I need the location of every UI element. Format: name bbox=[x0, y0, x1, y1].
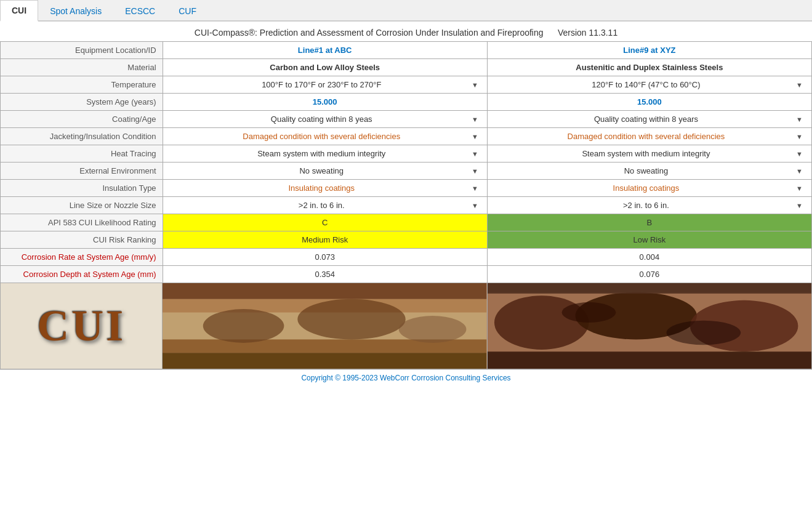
svg-rect-8 bbox=[163, 353, 486, 369]
label-heat-tracing: Heat Tracing bbox=[1, 145, 163, 163]
svg-rect-14 bbox=[488, 283, 811, 294]
col2-insulation-type[interactable]: Insulating coatings ▼ bbox=[487, 180, 811, 197]
col1-system-age[interactable]: 15.000 bbox=[163, 94, 487, 111]
dropdown-arrow-icon: ▼ bbox=[472, 133, 478, 140]
dropdown-arrow-icon: ▼ bbox=[796, 81, 803, 89]
col2-material: Austenitic and Duplex Stainless Steels bbox=[487, 59, 811, 76]
dropdown-arrow-icon: ▼ bbox=[472, 202, 478, 209]
dropdown-arrow-icon: ▼ bbox=[796, 202, 803, 209]
dropdown-arrow-icon: ▼ bbox=[472, 167, 478, 175]
page-header: CUI-Compass®: Prediction and Assessment … bbox=[0, 22, 812, 41]
svg-point-4 bbox=[203, 309, 284, 343]
table-row: Temperature 100°F to 170°F or 230°F to 2… bbox=[1, 76, 812, 94]
label-corrosion-depth: Corrosion Depth at System Age (mm) bbox=[1, 266, 163, 283]
dropdown-arrow-icon: ▼ bbox=[472, 116, 478, 123]
main-table: Equipment Location/ID Line#1 at ABC Line… bbox=[0, 41, 812, 283]
footer: Copyright © 1995-2023 WebCorr Corrosion … bbox=[0, 369, 812, 386]
label-external-environment: External Environment bbox=[1, 163, 163, 180]
label-jacketing: Jacketing/Insulation Condition bbox=[1, 128, 163, 145]
footer-text: Copyright © 1995-2023 WebCorr Corrosion … bbox=[301, 374, 510, 382]
pipe-photo-center bbox=[163, 283, 487, 369]
table-row: Equipment Location/ID Line#1 at ABC Line… bbox=[1, 42, 812, 59]
image-row: CUI bbox=[0, 283, 812, 369]
header-version: Version 11.3.11 bbox=[558, 28, 617, 38]
col1-coating-age[interactable]: Quality coating within 8 yeas ▼ bbox=[163, 111, 487, 128]
header-title: CUI-Compass®: Prediction and Assessment … bbox=[195, 28, 544, 38]
col2-coating-age[interactable]: Quality coating within 8 years ▼ bbox=[487, 111, 811, 128]
label-coating-age: Coating/Age bbox=[1, 111, 163, 128]
svg-rect-15 bbox=[488, 351, 811, 369]
table-row: Coating/Age Quality coating within 8 yea… bbox=[1, 111, 812, 128]
dropdown-arrow-icon: ▼ bbox=[796, 133, 803, 140]
label-line-size: Line Size or Nozzle Size bbox=[1, 197, 163, 214]
col1-equipment-location[interactable]: Line#1 at ABC bbox=[163, 42, 487, 59]
col1-insulation-type[interactable]: Insulating coatings ▼ bbox=[163, 180, 487, 197]
svg-point-17 bbox=[666, 321, 741, 345]
col2-heat-tracing[interactable]: Steam system with medium integrity ▼ bbox=[487, 145, 811, 163]
dropdown-arrow-icon: ▼ bbox=[796, 116, 803, 123]
svg-point-16 bbox=[561, 302, 616, 323]
table-row: Corrosion Depth at System Age (mm) 0.354… bbox=[1, 266, 812, 283]
table-row: API 583 CUI Likelihood Rating C B bbox=[1, 214, 812, 231]
svg-point-6 bbox=[399, 316, 467, 343]
label-risk-ranking: CUI Risk Ranking bbox=[1, 231, 163, 249]
col1-jacketing[interactable]: Damaged condition with several deficienc… bbox=[163, 128, 487, 145]
pipe-photo-right bbox=[488, 283, 811, 369]
col2-jacketing[interactable]: Damaged condition with several deficienc… bbox=[487, 128, 811, 145]
col2-system-age[interactable]: 15.000 bbox=[487, 94, 811, 111]
tab-cuf[interactable]: CUF bbox=[167, 1, 208, 21]
label-equipment-location: Equipment Location/ID bbox=[1, 42, 163, 59]
col1-corrosion-depth: 0.354 bbox=[163, 266, 487, 283]
col2-temperature[interactable]: 120°F to 140°F (47°C to 60°C) ▼ bbox=[487, 76, 811, 94]
svg-point-5 bbox=[298, 299, 406, 340]
col1-corrosion-rate: 0.073 bbox=[163, 249, 487, 266]
label-system-age: System Age (years) bbox=[1, 94, 163, 111]
col2-line-size[interactable]: >2 in. to 6 in. ▼ bbox=[487, 197, 811, 214]
svg-rect-7 bbox=[163, 283, 486, 299]
tab-bar: CUI Spot Analysis ECSCC CUF bbox=[0, 0, 812, 22]
dropdown-arrow-icon: ▼ bbox=[796, 150, 803, 158]
table-row: Jacketing/Insulation Condition Damaged c… bbox=[1, 128, 812, 145]
label-api-likelihood: API 583 CUI Likelihood Rating bbox=[1, 214, 163, 231]
dropdown-arrow-icon: ▼ bbox=[796, 185, 803, 192]
table-row: Heat Tracing Steam system with medium in… bbox=[1, 145, 812, 163]
table-row: External Environment No sweating ▼ No sw… bbox=[1, 163, 812, 180]
dropdown-arrow-icon: ▼ bbox=[472, 81, 478, 89]
col1-material: Carbon and Low Alloy Steels bbox=[163, 59, 487, 76]
label-temperature: Temperature bbox=[1, 76, 163, 94]
table-row: System Age (years) 15.000 15.000 bbox=[1, 94, 812, 111]
col1-api-likelihood: C bbox=[163, 214, 487, 231]
dropdown-arrow-icon: ▼ bbox=[472, 185, 478, 192]
svg-point-11 bbox=[494, 295, 589, 350]
tab-ecscc[interactable]: ECSCC bbox=[113, 1, 167, 21]
col2-risk-ranking: Low Risk bbox=[487, 231, 811, 249]
col1-temperature[interactable]: 100°F to 170°F or 230°F to 270°F ▼ bbox=[163, 76, 487, 94]
col2-equipment-location[interactable]: Line#9 at XYZ bbox=[487, 42, 811, 59]
table-row: Line Size or Nozzle Size >2 in. to 6 in.… bbox=[1, 197, 812, 214]
col1-risk-ranking: Medium Risk bbox=[163, 231, 487, 249]
cui-logo-area: CUI bbox=[1, 283, 163, 369]
tab-spot-analysis[interactable]: Spot Analysis bbox=[38, 1, 113, 21]
label-insulation-type: Insulation Type bbox=[1, 180, 163, 197]
table-row: Material Carbon and Low Alloy Steels Aus… bbox=[1, 59, 812, 76]
col2-corrosion-depth: 0.076 bbox=[487, 266, 811, 283]
table-row: Corrosion Rate at System Age (mm/y) 0.07… bbox=[1, 249, 812, 266]
label-material: Material bbox=[1, 59, 163, 76]
table-row: CUI Risk Ranking Medium Risk Low Risk bbox=[1, 231, 812, 249]
col2-corrosion-rate: 0.004 bbox=[487, 249, 811, 266]
col2-external-environment[interactable]: No sweating ▼ bbox=[487, 163, 811, 180]
col1-heat-tracing[interactable]: Steam system with medium integrity ▼ bbox=[163, 145, 487, 163]
col1-external-environment[interactable]: No sweating ▼ bbox=[163, 163, 487, 180]
cui-logo-text: CUI bbox=[37, 300, 126, 351]
dropdown-arrow-icon: ▼ bbox=[472, 150, 478, 158]
label-corrosion-rate: Corrosion Rate at System Age (mm/y) bbox=[1, 249, 163, 266]
table-row: Insulation Type Insulating coatings ▼ In… bbox=[1, 180, 812, 197]
col2-api-likelihood: B bbox=[487, 214, 811, 231]
dropdown-arrow-icon: ▼ bbox=[796, 167, 803, 175]
tab-cui[interactable]: CUI bbox=[0, 0, 38, 22]
col1-line-size[interactable]: >2 in. to 6 in. ▼ bbox=[163, 197, 487, 214]
